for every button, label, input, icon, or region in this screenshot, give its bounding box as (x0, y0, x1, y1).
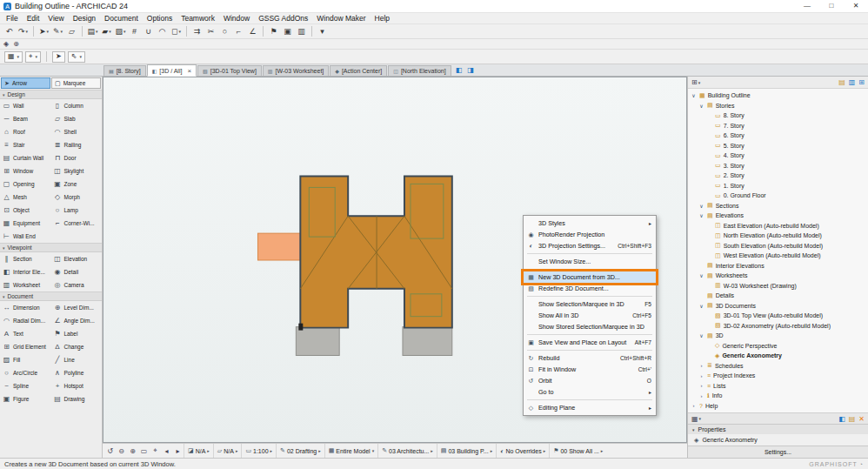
tool-level-dim[interactable]: ⊕Level Dim... (51, 301, 103, 314)
trim-icon[interactable]: ⌐ (232, 25, 245, 37)
expander-icon[interactable]: ∨ (698, 212, 704, 218)
tool-wall[interactable]: ▭Wall (0, 99, 51, 112)
3d-viewport[interactable]: 3D Styles▸◉PhotoRender Projection◐3D Pro… (103, 77, 687, 443)
close-palette-icon[interactable]: ✕ (858, 415, 865, 423)
tab-3d-01-top-view[interactable]: ▧[3D-01 Top View] (197, 65, 262, 76)
default-settings-button[interactable]: ▦▾ (4, 51, 23, 63)
context-item-new-3d-document-from-3d[interactable]: ▦New 3D Document from 3D... (524, 271, 656, 283)
menu-item-help[interactable]: Help (371, 13, 394, 24)
menu-item-teamwork[interactable]: Teamwork (177, 13, 219, 24)
pan-icon[interactable]: ⌖ (150, 446, 161, 455)
tool-line[interactable]: ╱Line (51, 353, 103, 366)
tool-corner-wi[interactable]: ⌐Corner-Wi... (51, 217, 103, 230)
pen-tool-icon[interactable]: ✎▾ (51, 25, 64, 37)
quickbar-03-architectu[interactable]: ✎03 Architectu...▸ (377, 444, 437, 458)
tree-item-6-story[interactable]: ▭6. Story (688, 131, 868, 141)
tool-grid-element[interactable]: ⊞Grid Element (0, 340, 51, 353)
tool-figure[interactable]: ▣Figure (0, 392, 51, 405)
tool-equipment[interactable]: ▦Equipment (0, 217, 51, 230)
tool-mesh[interactable]: △Mesh (0, 191, 51, 204)
context-item-3d-projection-settings[interactable]: ◐3D Projection Settings...Ctrl+Shift+F3 (524, 240, 656, 251)
undo-icon[interactable]: ↶ (3, 25, 16, 37)
tree-item-south-elevation-auto-rebuild-model[interactable]: ◫South Elevation (Auto-rebuild Model) (688, 241, 868, 251)
tool-zone[interactable]: ▣Zone (51, 178, 103, 191)
project-map-picker[interactable]: ⊞ ▾ (691, 78, 700, 86)
tree-item-west-elevation-auto-rebuild-model[interactable]: ◫West Elevation (Auto-rebuild Model) (688, 251, 868, 261)
tree-item-elevations[interactable]: ∨▤Elevations (688, 211, 868, 221)
context-item-show-stored-selection-marquee-in-3d[interactable]: Show Stored Selection/Marquee in 3D (524, 321, 656, 332)
guide-line-icon[interactable]: ◠ (156, 25, 169, 37)
quickbar-n-a[interactable]: ▱N/A▸ (213, 444, 242, 458)
eraser-tool-icon[interactable]: ▱ (65, 25, 78, 37)
tool-window[interactable]: ⊞Window (0, 164, 51, 178)
annex-block[interactable] (257, 233, 301, 260)
tree-item-8-story[interactable]: ▭8. Story (688, 111, 868, 121)
tree-item-3d-01-top-view-auto-rebuild-model[interactable]: ▧3D-01 Top View (Auto-rebuild Model) (688, 311, 868, 321)
tool-camera[interactable]: ◎Camera (51, 278, 103, 291)
menu-item-document[interactable]: Document (100, 13, 143, 24)
expander-icon[interactable]: ∨ (698, 103, 704, 109)
next-view-icon[interactable]: ▸ (172, 447, 184, 455)
expander-icon[interactable]: ∨ (698, 303, 704, 309)
tree-item-help[interactable]: ›?Help (688, 401, 868, 412)
tool-arc-circle[interactable]: ○Arc/Circle (0, 366, 51, 379)
tool-opening[interactable]: ▢Opening (0, 178, 51, 191)
quickbar-1-100[interactable]: ▭1:100▸ (241, 444, 276, 458)
selection-method-button[interactable]: ⇖▾ (68, 51, 85, 63)
tool-stair[interactable]: ≡Stair (0, 138, 51, 151)
toolbox-section-design[interactable]: ▾Design (0, 90, 102, 99)
settings-button[interactable]: Settings... (688, 446, 868, 458)
expander-icon[interactable]: ∨ (691, 92, 697, 98)
context-item-photorender-projection[interactable]: ◉PhotoRender Projection (524, 229, 656, 240)
tool-curtain-wall[interactable]: ▤Curtain Wall (0, 151, 51, 164)
tree-item-4-story[interactable]: ▭4. Story (688, 151, 868, 161)
quickbar-no-overrides[interactable]: ◐No Overrides▸ (496, 444, 549, 458)
tool-radial-dim[interactable]: ◠Radial Dim... (0, 314, 51, 327)
minimize-button[interactable]: — (795, 0, 819, 12)
pen-set-icon[interactable]: ▰▾ (100, 25, 113, 37)
arrow-tool-button[interactable]: ➤ Arrow (1, 77, 50, 89)
check-model-icon[interactable]: ▣ (281, 25, 294, 37)
tool-label[interactable]: ⚑Label (51, 327, 103, 340)
context-item-set-window-size[interactable]: Set Window Size... (524, 256, 656, 267)
tool-polyline[interactable]: ∧Polyline (51, 366, 103, 379)
quickbar-02-drafting[interactable]: ✎02 Drafting▸ (276, 444, 324, 458)
properties-picker[interactable]: ▦ ▾ (691, 415, 701, 423)
expander-icon[interactable]: ∨ (698, 332, 704, 338)
toolbox-section-viewpoint[interactable]: ▾Viewpoint (0, 243, 102, 252)
tree-item-3d-02-axonometry-auto-rebuild-model[interactable]: ▧3D-02 Axonometry (Auto-rebuild Model) (688, 321, 868, 332)
expander-icon[interactable]: › (698, 383, 704, 388)
magnet-icon[interactable]: ∪ (142, 25, 155, 37)
capture-icon[interactable]: ⊕ (13, 39, 19, 50)
terrace-right[interactable] (403, 327, 452, 356)
split-icon[interactable]: ✂ (204, 25, 217, 37)
tool-railing[interactable]: ≣Railing (51, 138, 103, 151)
tab-3d-all[interactable]: ◧[3D / All]× (147, 64, 197, 77)
organizer-icon[interactable]: ⊞ (858, 78, 865, 86)
tab-w-03-worksheet[interactable]: ▥[W-03 Worksheet] (263, 65, 329, 76)
tool-object[interactable]: ⊡Object (0, 204, 51, 217)
menu-item-view[interactable]: View (43, 13, 68, 24)
context-item-rebuild[interactable]: ↻RebuildCtrl+Shift+R (524, 352, 656, 364)
tree-item-schedules[interactable]: ›≣Schedules (688, 361, 868, 372)
context-item-editing-plane[interactable]: ◇Editing Plane▸ (524, 402, 656, 413)
tool-angle-dim[interactable]: ∠Angle Dim... (51, 314, 103, 327)
tool-hotspot[interactable]: +Hotspot (51, 379, 103, 392)
tool-skylight[interactable]: ◫Skylight (51, 164, 103, 178)
favorites-icon[interactable]: ◈ (3, 39, 9, 50)
tree-item-1-story[interactable]: ▭1. Story (688, 181, 868, 191)
project-chooser-icon[interactable]: ▤ (838, 78, 845, 86)
tree-item-w-03-worksheet-drawing[interactable]: ▥W-03 Worksheet (Drawing) (688, 281, 868, 291)
menu-item-window-maker[interactable]: Window Maker (312, 13, 370, 24)
tool-slab[interactable]: ▱Slab (51, 112, 103, 125)
tool-shell[interactable]: ◠Shell (51, 125, 103, 138)
menu-item-options[interactable]: Options (143, 13, 177, 24)
menu-item-file[interactable]: File (2, 13, 23, 24)
expander-icon[interactable]: › (691, 403, 697, 408)
dock-palette-icon[interactable]: ◧ (838, 415, 845, 423)
terrace-left[interactable] (296, 327, 339, 356)
expander-icon[interactable]: › (698, 363, 704, 368)
arrow-mode-button[interactable]: ➤ (52, 51, 65, 63)
tree-item-north-elevation-auto-rebuild-model[interactable]: ◫North Elevation (Auto-rebuild Model) (688, 231, 868, 241)
context-item-orbit[interactable]: ↺OrbitO (524, 375, 656, 386)
